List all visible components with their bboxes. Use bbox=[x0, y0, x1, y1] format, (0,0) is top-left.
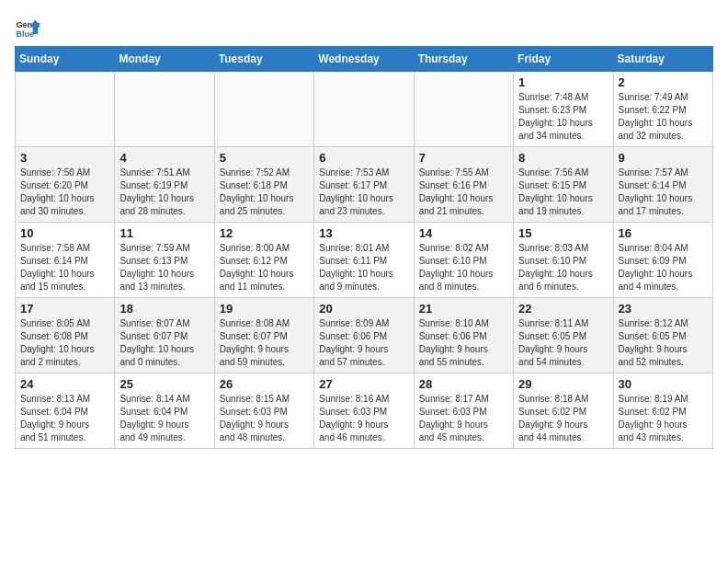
calendar-day-cell: 2Sunrise: 7:49 AM Sunset: 6:22 PM Daylig… bbox=[613, 72, 712, 147]
day-info: Sunrise: 8:07 AM Sunset: 6:07 PM Dayligh… bbox=[119, 317, 209, 369]
weekday-header-cell: Wednesday bbox=[314, 47, 414, 72]
day-info: Sunrise: 7:48 AM Sunset: 6:23 PM Dayligh… bbox=[518, 91, 608, 143]
day-number: 6 bbox=[319, 151, 408, 165]
calendar-day-cell bbox=[414, 72, 513, 147]
calendar-day-cell: 17Sunrise: 8:05 AM Sunset: 6:08 PM Dayli… bbox=[16, 298, 115, 373]
day-info: Sunrise: 8:02 AM Sunset: 6:10 PM Dayligh… bbox=[419, 242, 508, 293]
day-number: 4 bbox=[119, 151, 209, 165]
day-number: 15 bbox=[518, 226, 608, 240]
day-number: 20 bbox=[319, 302, 408, 316]
calendar-day-cell: 7Sunrise: 7:55 AM Sunset: 6:16 PM Daylig… bbox=[414, 147, 513, 223]
calendar-day-cell: 16Sunrise: 8:04 AM Sunset: 6:09 PM Dayli… bbox=[613, 223, 712, 298]
day-info: Sunrise: 7:58 AM Sunset: 6:14 PM Dayligh… bbox=[20, 242, 109, 293]
calendar-day-cell: 3Sunrise: 7:50 AM Sunset: 6:20 PM Daylig… bbox=[16, 147, 115, 223]
day-info: Sunrise: 8:03 AM Sunset: 6:10 PM Dayligh… bbox=[518, 242, 608, 293]
calendar-day-cell: 23Sunrise: 8:12 AM Sunset: 6:05 PM Dayli… bbox=[613, 298, 712, 373]
day-info: Sunrise: 7:55 AM Sunset: 6:16 PM Dayligh… bbox=[419, 167, 508, 218]
day-number: 5 bbox=[220, 151, 309, 165]
calendar-day-cell: 9Sunrise: 7:57 AM Sunset: 6:14 PM Daylig… bbox=[613, 147, 712, 223]
day-info: Sunrise: 8:13 AM Sunset: 6:04 PM Dayligh… bbox=[20, 393, 109, 444]
calendar-week-row: 17Sunrise: 8:05 AM Sunset: 6:08 PM Dayli… bbox=[16, 298, 713, 373]
calendar-day-cell: 11Sunrise: 7:59 AM Sunset: 6:13 PM Dayli… bbox=[115, 223, 214, 298]
calendar-week-row: 3Sunrise: 7:50 AM Sunset: 6:20 PM Daylig… bbox=[16, 147, 713, 223]
calendar-week-row: 24Sunrise: 8:13 AM Sunset: 6:04 PM Dayli… bbox=[16, 373, 713, 449]
calendar-day-cell bbox=[214, 72, 313, 147]
day-info: Sunrise: 8:05 AM Sunset: 6:08 PM Dayligh… bbox=[20, 317, 109, 369]
logo: General Blue bbox=[15, 15, 40, 40]
day-number: 17 bbox=[20, 302, 109, 316]
day-info: Sunrise: 7:52 AM Sunset: 6:18 PM Dayligh… bbox=[220, 167, 309, 218]
day-info: Sunrise: 8:08 AM Sunset: 6:07 PM Dayligh… bbox=[220, 317, 309, 369]
day-info: Sunrise: 8:09 AM Sunset: 6:06 PM Dayligh… bbox=[319, 317, 408, 369]
calendar-day-cell: 25Sunrise: 8:14 AM Sunset: 6:04 PM Dayli… bbox=[115, 373, 214, 449]
logo-icon: General Blue bbox=[15, 15, 40, 40]
weekday-header-cell: Friday bbox=[514, 47, 613, 72]
day-number: 3 bbox=[20, 151, 109, 165]
day-info: Sunrise: 7:49 AM Sunset: 6:22 PM Dayligh… bbox=[619, 91, 708, 143]
calendar-day-cell: 8Sunrise: 7:56 AM Sunset: 6:15 PM Daylig… bbox=[514, 147, 613, 223]
day-number: 11 bbox=[119, 226, 209, 240]
day-number: 29 bbox=[518, 377, 608, 391]
page-header: General Blue bbox=[15, 15, 713, 40]
weekday-header-cell: Sunday bbox=[16, 47, 115, 72]
day-info: Sunrise: 8:19 AM Sunset: 6:02 PM Dayligh… bbox=[619, 393, 708, 444]
svg-text:Blue: Blue bbox=[16, 29, 34, 39]
calendar-table: SundayMondayTuesdayWednesdayThursdayFrid… bbox=[15, 46, 713, 449]
day-info: Sunrise: 8:01 AM Sunset: 6:11 PM Dayligh… bbox=[319, 242, 408, 293]
day-info: Sunrise: 8:11 AM Sunset: 6:05 PM Dayligh… bbox=[518, 317, 608, 369]
day-number: 25 bbox=[119, 377, 209, 391]
day-number: 19 bbox=[220, 302, 309, 316]
day-info: Sunrise: 7:57 AM Sunset: 6:14 PM Dayligh… bbox=[619, 167, 708, 218]
day-number: 18 bbox=[119, 302, 209, 316]
day-info: Sunrise: 8:04 AM Sunset: 6:09 PM Dayligh… bbox=[619, 242, 708, 293]
calendar-week-row: 10Sunrise: 7:58 AM Sunset: 6:14 PM Dayli… bbox=[16, 223, 713, 298]
day-number: 13 bbox=[319, 226, 408, 240]
calendar-day-cell bbox=[314, 72, 414, 147]
day-info: Sunrise: 7:56 AM Sunset: 6:15 PM Dayligh… bbox=[518, 167, 608, 218]
calendar-day-cell bbox=[16, 72, 115, 147]
calendar-day-cell bbox=[115, 72, 214, 147]
day-number: 9 bbox=[619, 151, 708, 165]
day-number: 14 bbox=[419, 226, 508, 240]
day-number: 28 bbox=[419, 377, 508, 391]
day-info: Sunrise: 8:18 AM Sunset: 6:02 PM Dayligh… bbox=[518, 393, 608, 444]
day-number: 12 bbox=[220, 226, 309, 240]
calendar-day-cell: 28Sunrise: 8:17 AM Sunset: 6:03 PM Dayli… bbox=[414, 373, 513, 449]
calendar-day-cell: 18Sunrise: 8:07 AM Sunset: 6:07 PM Dayli… bbox=[115, 298, 214, 373]
day-info: Sunrise: 8:17 AM Sunset: 6:03 PM Dayligh… bbox=[419, 393, 508, 444]
calendar-day-cell: 6Sunrise: 7:53 AM Sunset: 6:17 PM Daylig… bbox=[314, 147, 414, 223]
calendar-day-cell: 13Sunrise: 8:01 AM Sunset: 6:11 PM Dayli… bbox=[314, 223, 414, 298]
day-info: Sunrise: 7:59 AM Sunset: 6:13 PM Dayligh… bbox=[119, 242, 209, 293]
day-info: Sunrise: 7:53 AM Sunset: 6:17 PM Dayligh… bbox=[319, 167, 408, 218]
day-info: Sunrise: 7:50 AM Sunset: 6:20 PM Dayligh… bbox=[20, 167, 109, 218]
day-number: 24 bbox=[20, 377, 109, 391]
day-number: 26 bbox=[220, 377, 309, 391]
day-info: Sunrise: 7:51 AM Sunset: 6:19 PM Dayligh… bbox=[119, 167, 209, 218]
weekday-header-cell: Saturday bbox=[613, 47, 712, 72]
weekday-header-cell: Thursday bbox=[414, 47, 513, 72]
calendar-day-cell: 4Sunrise: 7:51 AM Sunset: 6:19 PM Daylig… bbox=[115, 147, 214, 223]
calendar-body: 1Sunrise: 7:48 AM Sunset: 6:23 PM Daylig… bbox=[16, 72, 713, 449]
day-info: Sunrise: 8:15 AM Sunset: 6:03 PM Dayligh… bbox=[220, 393, 309, 444]
day-info: Sunrise: 8:10 AM Sunset: 6:06 PM Dayligh… bbox=[419, 317, 508, 369]
calendar-day-cell: 21Sunrise: 8:10 AM Sunset: 6:06 PM Dayli… bbox=[414, 298, 513, 373]
calendar-day-cell: 29Sunrise: 8:18 AM Sunset: 6:02 PM Dayli… bbox=[514, 373, 613, 449]
day-number: 21 bbox=[419, 302, 508, 316]
day-number: 2 bbox=[619, 75, 708, 89]
calendar-day-cell: 27Sunrise: 8:16 AM Sunset: 6:03 PM Dayli… bbox=[314, 373, 414, 449]
calendar-day-cell: 1Sunrise: 7:48 AM Sunset: 6:23 PM Daylig… bbox=[514, 72, 613, 147]
calendar-day-cell: 19Sunrise: 8:08 AM Sunset: 6:07 PM Dayli… bbox=[214, 298, 313, 373]
day-number: 7 bbox=[419, 151, 508, 165]
day-info: Sunrise: 8:14 AM Sunset: 6:04 PM Dayligh… bbox=[119, 393, 209, 444]
day-info: Sunrise: 8:12 AM Sunset: 6:05 PM Dayligh… bbox=[619, 317, 708, 369]
calendar-day-cell: 15Sunrise: 8:03 AM Sunset: 6:10 PM Dayli… bbox=[514, 223, 613, 298]
day-number: 10 bbox=[20, 226, 109, 240]
day-number: 16 bbox=[619, 226, 708, 240]
calendar-day-cell: 14Sunrise: 8:02 AM Sunset: 6:10 PM Dayli… bbox=[414, 223, 513, 298]
day-number: 30 bbox=[619, 377, 708, 391]
calendar-day-cell: 24Sunrise: 8:13 AM Sunset: 6:04 PM Dayli… bbox=[16, 373, 115, 449]
calendar-day-cell: 22Sunrise: 8:11 AM Sunset: 6:05 PM Dayli… bbox=[514, 298, 613, 373]
day-info: Sunrise: 8:00 AM Sunset: 6:12 PM Dayligh… bbox=[220, 242, 309, 293]
weekday-header-cell: Tuesday bbox=[214, 47, 313, 72]
calendar-day-cell: 5Sunrise: 7:52 AM Sunset: 6:18 PM Daylig… bbox=[214, 147, 313, 223]
